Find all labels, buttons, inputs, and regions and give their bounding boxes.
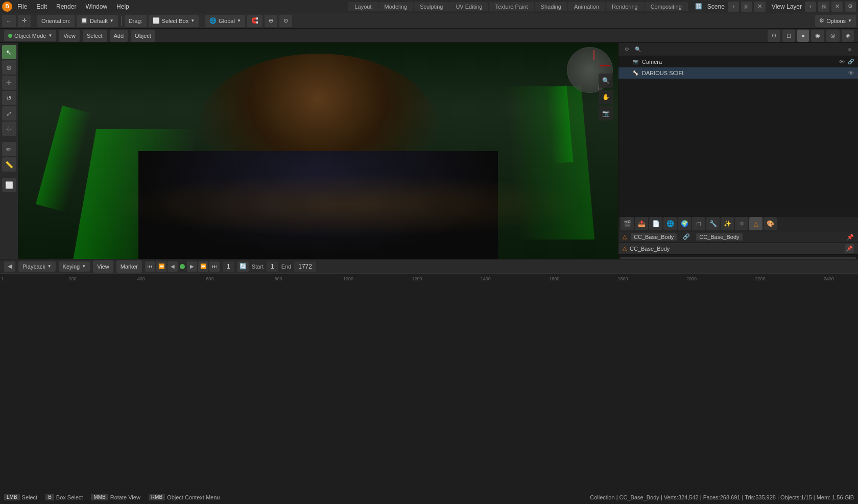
props-object-icon[interactable]: ◻ [692,217,705,230]
props-render-icon[interactable]: 🎬 [621,217,634,230]
props-output-icon[interactable]: 📤 [635,217,648,230]
zoom-in-btn[interactable]: 🔍 [599,74,613,88]
viewport[interactable]: 🔍 ✋ 📷 [18,43,618,259]
snap-btn[interactable]: 🧲 [247,15,263,27]
step-back-btn[interactable]: ⏪ [156,261,166,272]
tab-uv-editing[interactable]: UV Editing [449,2,488,11]
timeline-nav-icon[interactable]: ◀ [4,261,15,272]
tab-texture-paint[interactable]: Texture Paint [489,2,534,11]
props-modifier-icon[interactable]: 🔧 [706,217,720,230]
prop-pin-icon[interactable]: 📌 [847,234,854,240]
move-btn[interactable]: ✛ [18,15,31,27]
measure-tool[interactable]: 📏 [2,157,16,172]
tab-layout[interactable]: Layout [348,2,377,11]
outliner-item-camera[interactable]: 📷 Camera 👁 🔗 [618,56,858,67]
props-icons-row: 🎬 📤 📄 🌐 🌍 ◻ 🔧 ✨ ⚛ △ 🎨 [618,217,858,231]
props-physics-icon[interactable]: ⚛ [735,217,748,230]
next-frame-btn[interactable]: ▶ [187,261,197,272]
char-visibility-icon[interactable]: 👁 [848,70,854,76]
pin-icon[interactable]: 📌 [845,244,854,253]
new-scene-btn[interactable]: + [728,2,739,12]
timeline-track[interactable]: 1 200 400 600 800 1000 1200 1400 1600 18… [0,273,858,490]
menu-render[interactable]: Render [52,2,80,11]
outliner-item-character[interactable]: 🦴 DARIOUS SCIFI 👁 [618,67,858,79]
prev-frame-btn[interactable]: ◀ [168,261,178,272]
scale-tool[interactable]: ⤢ [2,106,16,121]
copy-scene-btn[interactable]: ⎘ [741,2,752,12]
step-forward-btn[interactable]: ⏩ [198,261,208,272]
xray-btn[interactable]: ◻ [782,30,795,42]
add-menu[interactable]: Add [110,30,128,42]
timeline-marker-menu[interactable]: Marker [116,260,142,273]
status-select: LMB Select [4,494,37,500]
annotate-tool[interactable]: ✏ [2,142,16,156]
camera-extra-icon[interactable]: 🔗 [848,59,854,65]
add-cube-tool[interactable]: ⬜ [2,178,16,192]
props-material-icon[interactable]: 🎨 [764,217,777,230]
mesh-name-field[interactable]: CC_Base_Body [631,233,677,241]
shading-solid-btn[interactable]: ◉ [811,30,824,42]
props-content[interactable]: ▼ Vertex Groups ▦ CC_Base_R_Pinky3 [618,255,858,259]
gizmo-toggle[interactable]: ⚙ Options ▼ [815,15,856,27]
filter-view-layer-btn[interactable]: ⚙ [845,2,856,12]
menu-window[interactable]: Window [81,2,111,11]
props-scene-icon[interactable]: 🌐 [663,217,677,230]
gizmo-icon: ⚙ [819,17,824,24]
select-tool[interactable]: ↖ [2,45,16,59]
mesh-name-field2[interactable]: CC_Base_Body [696,233,742,241]
copy-view-layer-btn[interactable]: ⎘ [818,2,829,12]
tab-animation[interactable]: Animation [568,2,605,11]
mesh-icon: △ [623,233,627,240]
tab-sculpting[interactable]: Sculpting [414,2,449,11]
select-menu[interactable]: Select [83,30,107,42]
menu-edit[interactable]: Edit [32,2,51,11]
proportional-btn[interactable]: ⊕ [265,15,277,27]
outliner-add-icon[interactable]: ≡ [846,45,854,54]
new-view-layer-btn[interactable]: + [805,2,816,12]
camera-visibility-icon[interactable]: 👁 [839,59,845,65]
orientation-icon: 🔲 [81,17,88,24]
props-particles-icon[interactable]: ✨ [721,217,734,230]
end-frame-field[interactable]: 1772 [294,261,316,272]
playback-selector[interactable]: Playback ▼ [18,261,56,272]
hand-pan-btn[interactable]: ✋ [599,90,613,104]
shading-render-btn[interactable]: ◈ [842,30,854,42]
view-menu[interactable]: View [59,30,80,42]
tab-rendering[interactable]: Rendering [606,2,644,11]
start-frame-field[interactable]: 1 [267,261,278,272]
current-frame-field[interactable]: 1 [223,261,234,272]
outliner-filter-icon[interactable]: ⚙ [623,45,631,54]
tab-modeling[interactable]: Modeling [378,2,414,11]
camera-label: Camera [642,59,662,65]
transform-tool[interactable]: ⊹ [2,122,16,136]
orientation-selector[interactable]: 🔲 Default ▼ [77,15,118,27]
timeline-view-menu[interactable]: View [93,260,113,273]
props-mesh-icon[interactable]: △ [749,217,762,230]
props-world-icon[interactable]: 🌍 [678,217,691,230]
proportional2-btn[interactable]: ⊙ [279,15,292,27]
shading-look-btn[interactable]: ◎ [826,30,840,42]
tab-compositing[interactable]: Compositing [645,2,688,11]
object-menu[interactable]: Object [131,30,155,42]
mode-selector[interactable]: Object Mode ▼ [4,30,56,41]
menu-help[interactable]: Help [112,2,133,11]
outliner-search-icon[interactable]: 🔍 [634,45,642,54]
move-tool[interactable]: ✛ [2,76,16,90]
overlay-btn[interactable]: ⊙ [768,30,780,42]
jump-end-btn[interactable]: ⏭ [209,261,220,272]
delete-scene-btn[interactable]: ✕ [754,2,766,12]
props-view-layer-icon[interactable]: 📄 [649,217,662,230]
menu-file[interactable]: File [13,2,31,11]
rotate-tool[interactable]: ↺ [2,91,16,105]
keying-selector[interactable]: Keying ▼ [59,261,90,272]
drag-selector[interactable]: ⬜ Select Box ▼ [149,15,199,27]
global-selector[interactable]: 🌐 Global ▼ [205,15,245,27]
tab-shading[interactable]: Shading [535,2,567,11]
frame-sync-icon[interactable]: 🔄 [237,261,249,272]
delete-view-layer-btn[interactable]: ✕ [831,2,843,12]
cursor-tool[interactable]: ⊕ [2,60,16,75]
camera-view-btn[interactable]: 📷 [599,106,613,121]
transform-btn[interactable]: ↔ [2,15,16,27]
shading-wire-btn[interactable]: ● [797,30,809,42]
jump-start-btn[interactable]: ⏮ [145,261,155,272]
